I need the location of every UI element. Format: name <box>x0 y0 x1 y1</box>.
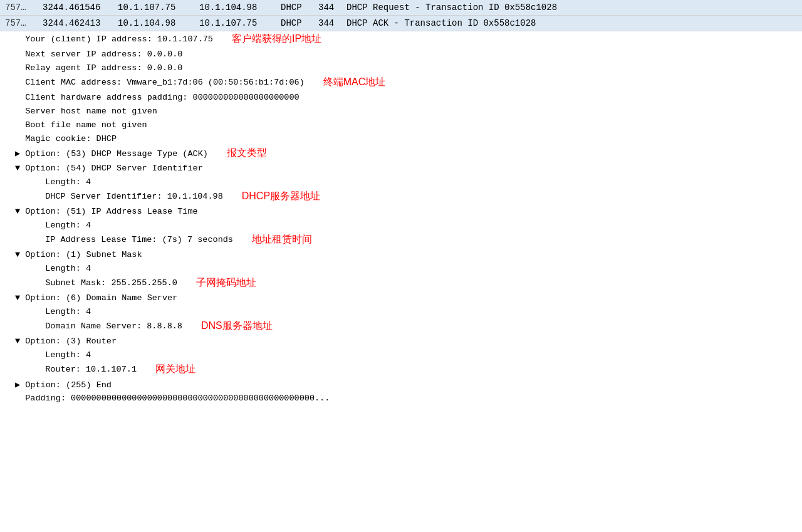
annotation-0: 客户端获得的IP地址 <box>232 33 321 46</box>
col-dst-1: 10.1.104.98 <box>199 3 281 13</box>
detail-line-18[interactable]: ▼ Option: (6) Domain Name Server <box>0 291 802 305</box>
line-text-24: ▶ Option: (255) End <box>15 379 112 390</box>
col-proto-1: DHCP <box>281 3 318 13</box>
detail-line-4: Client hardware address padding: 0000000… <box>0 90 802 104</box>
line-text-17: Subnet Mask: 255.255.255.0 <box>35 278 177 288</box>
detail-line-16: Length: 4 <box>0 261 802 275</box>
line-text-9: ▼ Option: (54) DHCP Server Identifier <box>15 164 203 173</box>
line-text-7: Magic cookie: DHCP <box>15 134 117 143</box>
col-proto-2: DHCP <box>281 18 318 28</box>
detail-line-7: Magic cookie: DHCP <box>0 132 802 145</box>
detail-line-8[interactable]: ▶ Option: (53) DHCP Message Type (ACK)报文… <box>0 145 802 161</box>
detail-line-1: Next server IP address: 0.0.0.0 <box>0 47 802 61</box>
detail-line-22: Length: 4 <box>0 348 802 362</box>
detail-line-14: IP Address Lease Time: (7s) 7 seconds地址租… <box>0 232 802 248</box>
col-len-1: 344 <box>318 3 346 13</box>
line-text-13: Length: 4 <box>35 221 91 230</box>
line-text-8: ▶ Option: (53) DHCP Message Type (ACK) <box>15 148 208 159</box>
packet-list: 757… 3244.461546 10.1.107.75 10.1.104.98… <box>0 0 802 31</box>
annotation-3: 终端MAC地址 <box>323 76 386 89</box>
annotation-23: 网关地址 <box>155 363 195 376</box>
detail-line-24[interactable]: ▶ Option: (255) End <box>0 377 802 391</box>
col-num-2: 757… <box>5 18 43 28</box>
col-len-2: 344 <box>318 18 346 28</box>
col-info-1: DHCP Request - Transaction ID 0x558c1028 <box>346 3 797 13</box>
detail-line-2: Relay agent IP address: 0.0.0.0 <box>0 61 802 75</box>
col-time-1: 3244.461546 <box>43 3 118 13</box>
detail-line-5: Server host name not given <box>0 104 802 118</box>
line-text-22: Length: 4 <box>35 350 91 360</box>
col-num-1: 757… <box>5 3 43 13</box>
detail-area: Your (client) IP address: 10.1.107.75客户端… <box>0 31 802 405</box>
detail-line-15[interactable]: ▼ Option: (1) Subnet Mask <box>0 248 802 261</box>
packet-row-2[interactable]: 757… 3244.462413 10.1.104.98 10.1.107.75… <box>0 16 802 31</box>
annotation-14: 地址租赁时间 <box>252 233 312 246</box>
detail-line-23: Router: 10.1.107.1网关地址 <box>0 362 802 377</box>
detail-line-0: Your (client) IP address: 10.1.107.75客户端… <box>0 31 802 47</box>
detail-line-11: DHCP Server Identifier: 10.1.104.98DHCP服… <box>0 189 802 204</box>
line-text-3: Client MAC address: Vmware_b1:7d:06 (00:… <box>15 78 305 87</box>
col-info-2: DHCP ACK - Transaction ID 0x558c1028 <box>346 18 797 28</box>
col-time-2: 3244.462413 <box>43 18 118 28</box>
detail-line-19: Length: 4 <box>0 305 802 318</box>
line-text-6: Boot file name not given <box>15 120 147 130</box>
annotation-8: 报文类型 <box>227 147 267 160</box>
line-text-12: ▼ Option: (51) IP Address Lease Time <box>15 207 198 216</box>
line-text-25: Padding: 0000000000000000000000000000000… <box>15 394 330 403</box>
line-text-5: Server host name not given <box>15 107 157 116</box>
line-text-11: DHCP Server Identifier: 10.1.104.98 <box>35 192 223 201</box>
col-src-1: 10.1.107.75 <box>118 3 199 13</box>
line-text-4: Client hardware address padding: 0000000… <box>15 93 299 102</box>
detail-line-17: Subnet Mask: 255.255.255.0子网掩码地址 <box>0 275 802 291</box>
col-src-2: 10.1.104.98 <box>118 18 199 28</box>
line-text-1: Next server IP address: 0.0.0.0 <box>15 50 182 59</box>
annotation-11: DHCP服务器地址 <box>242 190 320 203</box>
detail-line-20: Domain Name Server: 8.8.8.8DNS服务器地址 <box>0 318 802 334</box>
detail-line-3: Client MAC address: Vmware_b1:7d:06 (00:… <box>0 75 802 90</box>
line-text-10: Length: 4 <box>35 177 91 187</box>
detail-line-10: Length: 4 <box>0 175 802 189</box>
line-text-23: Router: 10.1.107.1 <box>35 365 137 374</box>
detail-line-13: Length: 4 <box>0 218 802 232</box>
line-text-2: Relay agent IP address: 0.0.0.0 <box>15 63 182 73</box>
col-dst-2: 10.1.107.75 <box>199 18 281 28</box>
packet-row-1[interactable]: 757… 3244.461546 10.1.107.75 10.1.104.98… <box>0 0 802 16</box>
line-text-0: Your (client) IP address: 10.1.107.75 <box>15 34 213 44</box>
annotation-20: DNS服务器地址 <box>201 320 273 333</box>
detail-line-9[interactable]: ▼ Option: (54) DHCP Server Identifier <box>0 161 802 175</box>
detail-line-12[interactable]: ▼ Option: (51) IP Address Lease Time <box>0 204 802 218</box>
detail-line-21[interactable]: ▼ Option: (3) Router <box>0 334 802 348</box>
detail-line-6: Boot file name not given <box>0 118 802 132</box>
detail-line-25: Padding: 0000000000000000000000000000000… <box>0 391 802 405</box>
line-text-21: ▼ Option: (3) Router <box>15 336 117 346</box>
line-text-19: Length: 4 <box>35 307 91 316</box>
line-text-14: IP Address Lease Time: (7s) 7 seconds <box>35 235 233 244</box>
annotation-17: 子网掩码地址 <box>196 276 256 289</box>
line-text-15: ▼ Option: (1) Subnet Mask <box>15 250 142 259</box>
line-text-18: ▼ Option: (6) Domain Name Server <box>15 293 177 303</box>
line-text-20: Domain Name Server: 8.8.8.8 <box>35 321 182 331</box>
line-text-16: Length: 4 <box>35 264 91 273</box>
